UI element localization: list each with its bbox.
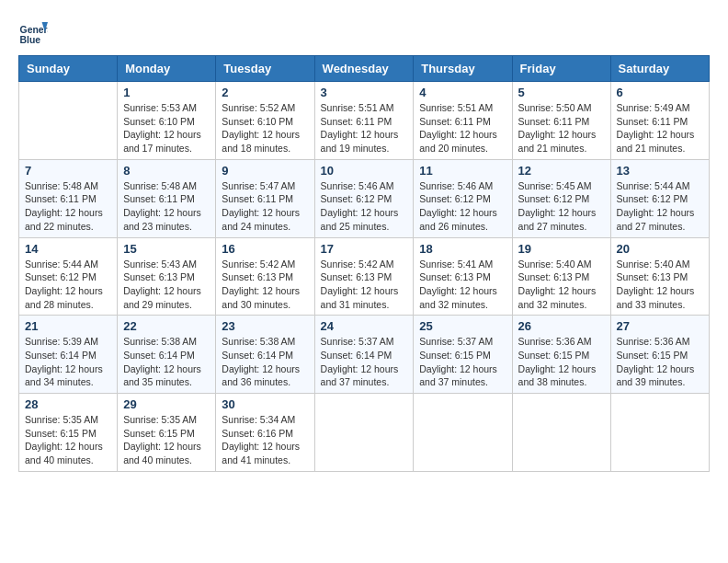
svg-text:Blue: Blue	[20, 35, 41, 45]
calendar-cell: 2Sunrise: 5:52 AMSunset: 6:10 PMDaylight…	[216, 82, 314, 160]
calendar-cell: 11Sunrise: 5:46 AMSunset: 6:12 PMDayligh…	[414, 159, 512, 237]
calendar-cell: 16Sunrise: 5:42 AMSunset: 6:13 PMDayligh…	[216, 237, 314, 316]
day-number: 2	[222, 86, 308, 99]
day-info: Sunrise: 5:36 AMSunset: 6:15 PMDaylight:…	[518, 336, 597, 387]
day-info: Sunrise: 5:42 AMSunset: 6:13 PMDaylight:…	[222, 259, 300, 310]
calendar-week-row: 14Sunrise: 5:44 AMSunset: 6:12 PMDayligh…	[19, 237, 710, 316]
day-number: 21	[25, 319, 111, 333]
calendar-cell: 20Sunrise: 5:40 AMSunset: 6:13 PMDayligh…	[610, 237, 709, 316]
calendar-cell: 8Sunrise: 5:48 AMSunset: 6:11 PMDaylight…	[118, 159, 216, 237]
day-number: 27	[617, 319, 703, 333]
header-monday: Monday	[118, 56, 216, 82]
logo-icon: General Blue	[18, 18, 48, 48]
day-info: Sunrise: 5:40 AMSunset: 6:13 PMDaylight:…	[518, 259, 597, 310]
day-number: 26	[518, 319, 605, 333]
day-number: 9	[222, 164, 308, 178]
calendar-cell: 19Sunrise: 5:40 AMSunset: 6:13 PMDayligh…	[512, 237, 610, 316]
header-friday: Friday	[512, 56, 610, 82]
day-number: 20	[617, 242, 703, 256]
day-info: Sunrise: 5:35 AMSunset: 6:15 PMDaylight:…	[123, 414, 201, 465]
day-number: 3	[321, 86, 408, 99]
day-number: 15	[123, 242, 210, 256]
day-number: 17	[321, 242, 408, 256]
calendar-cell: 14Sunrise: 5:44 AMSunset: 6:12 PMDayligh…	[19, 237, 118, 316]
page-header: General Blue	[18, 18, 710, 48]
day-info: Sunrise: 5:46 AMSunset: 6:12 PMDaylight:…	[321, 180, 399, 232]
calendar-cell: 7Sunrise: 5:48 AMSunset: 6:11 PMDaylight…	[19, 159, 118, 237]
day-number: 6	[617, 86, 703, 99]
day-number: 13	[617, 164, 703, 178]
day-info: Sunrise: 5:51 AMSunset: 6:11 PMDaylight:…	[321, 102, 399, 154]
day-number: 14	[25, 242, 111, 256]
header-saturday: Saturday	[610, 56, 709, 82]
calendar-week-row: 7Sunrise: 5:48 AMSunset: 6:11 PMDaylight…	[19, 159, 710, 237]
day-info: Sunrise: 5:51 AMSunset: 6:11 PMDaylight:…	[419, 102, 497, 154]
calendar-cell: 30Sunrise: 5:34 AMSunset: 6:16 PMDayligh…	[216, 394, 314, 472]
calendar-week-row: 21Sunrise: 5:39 AMSunset: 6:14 PMDayligh…	[19, 316, 710, 394]
day-number: 11	[419, 164, 506, 178]
calendar-cell: 9Sunrise: 5:47 AMSunset: 6:11 PMDaylight…	[216, 159, 314, 237]
day-info: Sunrise: 5:35 AMSunset: 6:15 PMDaylight:…	[25, 414, 103, 465]
calendar-cell: 24Sunrise: 5:37 AMSunset: 6:14 PMDayligh…	[314, 316, 414, 394]
calendar-cell: 25Sunrise: 5:37 AMSunset: 6:15 PMDayligh…	[414, 316, 512, 394]
header-wednesday: Wednesday	[314, 56, 414, 82]
header-sunday: Sunday	[19, 56, 118, 82]
calendar-cell: 5Sunrise: 5:50 AMSunset: 6:11 PMDaylight…	[512, 82, 610, 160]
calendar-cell: 21Sunrise: 5:39 AMSunset: 6:14 PMDayligh…	[19, 316, 118, 394]
day-info: Sunrise: 5:50 AMSunset: 6:11 PMDaylight:…	[518, 102, 597, 154]
day-number: 25	[419, 319, 506, 333]
day-info: Sunrise: 5:39 AMSunset: 6:14 PMDaylight:…	[25, 336, 103, 387]
day-number: 1	[123, 86, 210, 99]
calendar-cell: 12Sunrise: 5:45 AMSunset: 6:12 PMDayligh…	[512, 159, 610, 237]
day-number: 8	[123, 164, 210, 178]
day-number: 23	[222, 319, 308, 333]
header-tuesday: Tuesday	[216, 56, 314, 82]
calendar-cell: 10Sunrise: 5:46 AMSunset: 6:12 PMDayligh…	[314, 159, 414, 237]
day-number: 22	[123, 319, 210, 333]
calendar-cell	[314, 394, 414, 472]
calendar-cell: 29Sunrise: 5:35 AMSunset: 6:15 PMDayligh…	[118, 394, 216, 472]
calendar-cell	[512, 394, 610, 472]
calendar-cell: 6Sunrise: 5:49 AMSunset: 6:11 PMDaylight…	[610, 82, 709, 160]
day-info: Sunrise: 5:37 AMSunset: 6:15 PMDaylight:…	[419, 336, 497, 387]
day-info: Sunrise: 5:36 AMSunset: 6:15 PMDaylight:…	[617, 336, 695, 387]
day-info: Sunrise: 5:38 AMSunset: 6:14 PMDaylight:…	[222, 336, 300, 387]
day-number: 7	[25, 164, 111, 178]
day-info: Sunrise: 5:47 AMSunset: 6:11 PMDaylight:…	[222, 180, 300, 232]
day-number: 10	[321, 164, 408, 178]
day-number: 29	[123, 397, 210, 411]
day-info: Sunrise: 5:42 AMSunset: 6:13 PMDaylight:…	[321, 259, 399, 310]
calendar-cell	[19, 82, 118, 160]
day-info: Sunrise: 5:49 AMSunset: 6:11 PMDaylight:…	[617, 102, 695, 154]
day-info: Sunrise: 5:48 AMSunset: 6:11 PMDaylight:…	[123, 180, 201, 232]
calendar-week-row: 28Sunrise: 5:35 AMSunset: 6:15 PMDayligh…	[19, 394, 710, 472]
day-number: 28	[25, 397, 111, 411]
logo: General Blue	[18, 18, 51, 48]
calendar-cell: 1Sunrise: 5:53 AMSunset: 6:10 PMDaylight…	[118, 82, 216, 160]
calendar-cell: 3Sunrise: 5:51 AMSunset: 6:11 PMDaylight…	[314, 82, 414, 160]
day-info: Sunrise: 5:44 AMSunset: 6:12 PMDaylight:…	[25, 259, 103, 310]
day-info: Sunrise: 5:52 AMSunset: 6:10 PMDaylight:…	[222, 102, 300, 154]
calendar-cell	[414, 394, 512, 472]
day-number: 19	[518, 242, 605, 256]
calendar-cell: 28Sunrise: 5:35 AMSunset: 6:15 PMDayligh…	[19, 394, 118, 472]
header-thursday: Thursday	[414, 56, 512, 82]
day-info: Sunrise: 5:41 AMSunset: 6:13 PMDaylight:…	[419, 259, 497, 310]
day-info: Sunrise: 5:34 AMSunset: 6:16 PMDaylight:…	[222, 414, 300, 465]
calendar-cell: 13Sunrise: 5:44 AMSunset: 6:12 PMDayligh…	[610, 159, 709, 237]
calendar-cell	[610, 394, 709, 472]
day-info: Sunrise: 5:43 AMSunset: 6:13 PMDaylight:…	[123, 259, 201, 310]
calendar-cell: 22Sunrise: 5:38 AMSunset: 6:14 PMDayligh…	[118, 316, 216, 394]
day-info: Sunrise: 5:40 AMSunset: 6:13 PMDaylight:…	[617, 259, 695, 310]
day-number: 4	[419, 86, 506, 99]
day-number: 5	[518, 86, 605, 99]
day-number: 18	[419, 242, 506, 256]
calendar-header-row: SundayMondayTuesdayWednesdayThursdayFrid…	[19, 56, 710, 82]
day-info: Sunrise: 5:53 AMSunset: 6:10 PMDaylight:…	[123, 102, 201, 154]
day-number: 16	[222, 242, 308, 256]
calendar-cell: 15Sunrise: 5:43 AMSunset: 6:13 PMDayligh…	[118, 237, 216, 316]
day-info: Sunrise: 5:44 AMSunset: 6:12 PMDaylight:…	[617, 180, 695, 232]
day-info: Sunrise: 5:48 AMSunset: 6:11 PMDaylight:…	[25, 180, 103, 232]
day-info: Sunrise: 5:45 AMSunset: 6:12 PMDaylight:…	[518, 180, 597, 232]
day-info: Sunrise: 5:38 AMSunset: 6:14 PMDaylight:…	[123, 336, 201, 387]
